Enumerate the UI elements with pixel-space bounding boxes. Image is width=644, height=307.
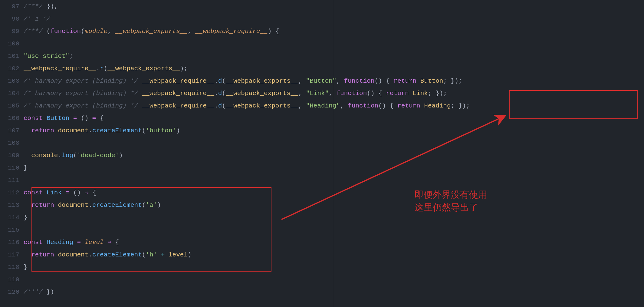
line-number: 118 (0, 261, 19, 273)
line-number: 108 (0, 137, 19, 149)
line-number: 119 (0, 273, 19, 286)
line-number-gutter: 9798991001011021031041051061071081091101… (0, 0, 24, 307)
code-line[interactable]: /* harmony export (binding) */ __webpack… (24, 87, 644, 100)
code-line[interactable]: const Heading = level ⇒ { (24, 236, 644, 249)
line-number: 103 (0, 75, 19, 87)
code-line[interactable]: /* harmony export (binding) */ __webpack… (24, 75, 644, 87)
line-number: 99 (0, 25, 19, 38)
code-line[interactable]: const Button = () ⇒ { (24, 112, 644, 124)
line-number: 101 (0, 50, 19, 62)
line-number: 113 (0, 199, 19, 211)
code-line[interactable]: return document.createElement('h' + leve… (24, 249, 644, 261)
line-number: 111 (0, 174, 19, 187)
annotation-line-2: 这里仍然导出了 (415, 201, 487, 214)
code-line[interactable] (24, 137, 644, 149)
line-number: 97 (0, 0, 19, 13)
code-line[interactable]: } (24, 261, 644, 273)
code-line[interactable] (24, 38, 644, 50)
line-number: 120 (0, 286, 19, 298)
code-line[interactable]: /* 1 */ (24, 13, 644, 25)
code-line[interactable]: const Link = () ⇒ { (24, 187, 644, 199)
code-line[interactable]: return document.createElement('button') (24, 124, 644, 137)
line-number: 112 (0, 187, 19, 199)
line-number: 110 (0, 162, 19, 174)
code-line[interactable] (24, 174, 644, 187)
line-number: 106 (0, 112, 19, 124)
code-line[interactable] (24, 273, 644, 286)
code-line[interactable]: /***/ }) (24, 286, 644, 298)
code-line[interactable]: } (24, 211, 644, 224)
line-number: 98 (0, 13, 19, 25)
code-line[interactable]: console.log('dead-code') (24, 149, 644, 162)
code-editor[interactable]: 9798991001011021031041051061071081091101… (0, 0, 644, 307)
annotation-line-1: 即便外界没有使用 (415, 188, 487, 201)
code-line[interactable]: /* harmony export (binding) */ __webpack… (24, 100, 644, 112)
line-number: 116 (0, 236, 19, 249)
line-number: 100 (0, 38, 19, 50)
line-number: 107 (0, 124, 19, 137)
line-number: 114 (0, 211, 19, 224)
line-number: 115 (0, 224, 19, 236)
annotation-text: 即便外界没有使用 这里仍然导出了 (415, 188, 487, 214)
code-line[interactable] (24, 224, 644, 236)
code-line[interactable]: /***/ }), (24, 0, 644, 13)
code-line[interactable]: return document.createElement('a') (24, 199, 644, 211)
line-number: 102 (0, 62, 19, 75)
code-line[interactable]: "use strict"; (24, 50, 644, 62)
line-number: 105 (0, 100, 19, 112)
line-number: 109 (0, 149, 19, 162)
line-number: 104 (0, 87, 19, 100)
code-line[interactable]: } (24, 162, 644, 174)
line-number: 117 (0, 249, 19, 261)
code-content[interactable]: /***/ }),/* 1 *//***/ (function(module, … (24, 0, 644, 307)
code-line[interactable]: __webpack_require__.r(__webpack_exports_… (24, 62, 644, 75)
code-line[interactable]: /***/ (function(module, __webpack_export… (24, 25, 644, 38)
